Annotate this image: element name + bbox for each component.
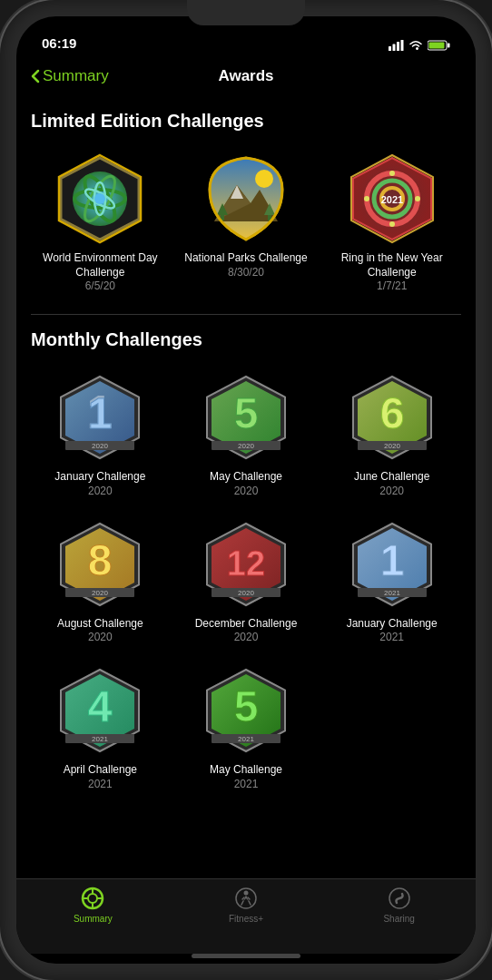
summary-tab-icon [81,887,104,910]
svg-text:2021: 2021 [380,194,402,205]
svg-point-31 [364,196,369,201]
svg-point-76 [88,894,97,903]
back-label: Summary [43,67,109,85]
badge-world-env-name: World Environment Day Challenge [34,251,166,279]
battery-icon [428,40,450,51]
badge-jan-2020[interactable]: 1 1 2020 January Challenge 2020 [31,365,170,505]
badge-apr-2021-icon: 4 2021 [54,665,145,756]
badge-june-2020-year: 2020 [379,485,404,497]
limited-badge-grid: World Environment Day Challenge 6/5/20 [31,146,461,299]
svg-text:2021: 2021 [238,735,254,743]
tab-sharing[interactable]: Sharing [322,887,476,924]
badge-dec-2020[interactable]: 12 2020 December Challenge 2020 [177,512,316,652]
home-indicator [192,954,300,958]
badge-jan-2020-name: January Challenge [54,470,145,485]
badge-ring-new-year[interactable]: 2021 Ring in the New Year Challenge 1/7/… [322,146,461,299]
phone-frame: 06:19 [0,0,492,980]
svg-line-84 [249,901,251,905]
svg-point-30 [389,221,395,227]
svg-line-83 [241,901,243,905]
svg-point-29 [415,196,420,201]
svg-rect-6 [429,43,445,49]
tab-summary-label: Summary [74,914,113,924]
back-button[interactable]: Summary [31,67,109,85]
badge-jan-2020-icon: 1 1 2020 [54,372,145,463]
svg-text:6: 6 [379,389,404,437]
sharing-tab-icon [388,887,411,910]
badge-aug-2020-name: August Challenge [57,617,143,632]
badge-june-2020[interactable]: 6 2020 June Challenge 2020 [322,365,461,505]
badge-may-2021[interactable]: 5 2021 May Challenge 2021 [177,658,316,798]
badge-jan-2021-year: 2021 [379,631,404,643]
badge-jan-2020-year: 2020 [88,485,113,497]
badge-world-env-icon [54,153,145,244]
badge-apr-2021-year: 2021 [88,778,113,790]
tab-bar: Summary Fitness+ [16,878,476,954]
badge-may-2020-year: 2020 [234,485,259,497]
svg-rect-0 [389,46,391,51]
status-icons [389,40,450,51]
status-time: 06:19 [42,35,76,51]
svg-text:4: 4 [88,682,113,730]
badge-jan-2021-icon: 1 2021 [347,519,438,610]
badge-june-2020-name: June Challenge [354,470,429,485]
badge-world-env[interactable]: World Environment Day Challenge 6/5/20 [31,146,170,299]
badge-national-parks-name: National Parks Challenge [184,251,307,266]
badge-national-parks-icon [201,153,291,244]
badge-june-2020-icon: 6 2020 [347,372,438,463]
svg-point-19 [255,170,273,188]
svg-rect-2 [397,42,399,51]
svg-text:1: 1 [88,389,113,437]
badge-dec-2020-icon: 12 2020 [201,519,291,610]
svg-text:2021: 2021 [92,735,108,743]
phone-screen: 06:19 [16,16,476,964]
badge-aug-2020[interactable]: 8 2020 August Challenge 2020 [31,512,170,652]
svg-point-14 [94,193,105,204]
badge-aug-2020-year: 2020 [88,631,113,643]
svg-rect-5 [448,44,450,48]
monthly-section-title: Monthly Challenges [31,329,461,350]
nav-bar: Summary Awards [16,56,476,96]
svg-text:2020: 2020 [92,589,108,597]
nav-title: Awards [218,67,273,85]
badge-apr-2021[interactable]: 4 2021 April Challenge 2021 [31,658,170,798]
badge-may-2020-icon: 5 2020 [201,372,291,463]
fitness-tab-icon [234,887,258,910]
tab-summary[interactable]: Summary [16,887,170,924]
monthly-badge-grid: 1 1 2020 January Challenge 2020 [31,365,461,798]
badge-jan-2021-name: January Challenge [347,617,438,632]
badge-may-2020[interactable]: 5 2020 May Challenge 2020 [177,365,316,505]
limited-section: Limited Edition Challenges [16,96,476,299]
badge-world-env-date: 6/5/20 [85,279,115,292]
svg-text:2020: 2020 [238,589,254,597]
badge-ring-new-year-icon: 2021 [347,153,438,244]
svg-text:5: 5 [234,389,259,437]
limited-section-title: Limited Edition Challenges [31,111,461,132]
svg-text:5: 5 [234,682,259,730]
tab-fitness[interactable]: Fitness+ [170,887,323,924]
scroll-content[interactable]: Limited Edition Challenges [16,96,476,878]
svg-text:8: 8 [88,536,113,584]
svg-text:2020: 2020 [384,442,400,450]
svg-text:2020: 2020 [238,442,254,450]
svg-rect-3 [401,40,404,51]
svg-line-86 [248,897,250,899]
badge-aug-2020-icon: 8 2020 [54,519,145,610]
svg-point-82 [244,891,249,896]
signal-icon [389,40,404,51]
svg-text:12: 12 [227,544,265,583]
wifi-icon [408,40,423,51]
notch [187,0,305,25]
svg-text:1: 1 [379,536,404,584]
badge-may-2021-icon: 5 2021 [201,665,291,756]
badge-may-2020-name: May Challenge [210,470,282,485]
svg-text:2021: 2021 [384,589,400,597]
badge-ring-new-year-name: Ring in the New Year Challenge [326,251,458,279]
badge-national-parks-date: 8/30/20 [228,266,264,279]
badge-jan-2021[interactable]: 1 2021 January Challenge 2021 [322,512,461,652]
tab-fitness-label: Fitness+ [229,914,263,924]
badge-dec-2020-name: December Challenge [195,617,298,632]
svg-text:2020: 2020 [92,442,108,450]
badge-national-parks[interactable]: National Parks Challenge 8/30/20 [177,146,316,299]
svg-line-85 [242,897,244,899]
